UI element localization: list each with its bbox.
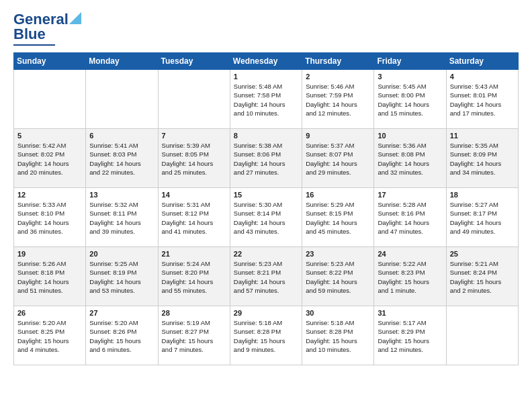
- day-number: 17: [378, 191, 442, 199]
- day-number: 10: [378, 132, 442, 140]
- day-number: 26: [17, 309, 82, 317]
- week-row-5: 26Sunrise: 5:20 AMSunset: 8:25 PMDayligh…: [14, 306, 519, 365]
- logo-blue-text: Blue: [13, 26, 46, 43]
- calendar-cell: 9Sunrise: 5:37 AMSunset: 8:07 PMDaylight…: [302, 129, 374, 188]
- day-info: Sunrise: 5:41 AMSunset: 8:03 PMDaylight:…: [89, 141, 154, 177]
- weekday-header-thursday: Thursday: [302, 53, 374, 70]
- page: General Blue SundayMondayTuesdayWednesda…: [0, 0, 532, 372]
- calendar-cell: [86, 70, 158, 129]
- calendar-cell: 19Sunrise: 5:26 AMSunset: 8:18 PMDayligh…: [14, 247, 86, 306]
- calendar-cell: 5Sunrise: 5:42 AMSunset: 8:02 PMDaylight…: [14, 129, 86, 188]
- calendar-cell: 14Sunrise: 5:31 AMSunset: 8:12 PMDayligh…: [158, 188, 230, 247]
- calendar-cell: 23Sunrise: 5:23 AMSunset: 8:22 PMDayligh…: [302, 247, 374, 306]
- svg-marker-0: [69, 12, 81, 24]
- day-number: 3: [378, 73, 442, 81]
- day-info: Sunrise: 5:27 AMSunset: 8:17 PMDaylight:…: [450, 200, 515, 236]
- calendar-cell: 7Sunrise: 5:39 AMSunset: 8:05 PMDaylight…: [158, 129, 230, 188]
- calendar-table: SundayMondayTuesdayWednesdayThursdayFrid…: [13, 52, 519, 365]
- calendar-cell: 2Sunrise: 5:46 AMSunset: 7:59 PMDaylight…: [302, 70, 374, 129]
- day-number: 27: [89, 309, 154, 317]
- calendar-cell: 18Sunrise: 5:27 AMSunset: 8:17 PMDayligh…: [446, 188, 518, 247]
- day-info: Sunrise: 5:26 AMSunset: 8:18 PMDaylight:…: [17, 259, 82, 295]
- calendar-cell: 29Sunrise: 5:18 AMSunset: 8:28 PMDayligh…: [230, 306, 302, 365]
- calendar-cell: 21Sunrise: 5:24 AMSunset: 8:20 PMDayligh…: [158, 247, 230, 306]
- calendar-cell: 25Sunrise: 5:21 AMSunset: 8:24 PMDayligh…: [446, 247, 518, 306]
- calendar-cell: 11Sunrise: 5:35 AMSunset: 8:09 PMDayligh…: [446, 129, 518, 188]
- day-number: 13: [89, 191, 154, 199]
- day-number: 29: [234, 309, 298, 317]
- day-number: 5: [17, 132, 82, 140]
- calendar-cell: [446, 306, 518, 365]
- day-info: Sunrise: 5:35 AMSunset: 8:09 PMDaylight:…: [450, 141, 515, 177]
- calendar-cell: 8Sunrise: 5:38 AMSunset: 8:06 PMDaylight…: [230, 129, 302, 188]
- weekday-header-wednesday: Wednesday: [230, 53, 302, 70]
- calendar-cell: 1Sunrise: 5:48 AMSunset: 7:58 PMDaylight…: [230, 70, 302, 129]
- day-number: 20: [89, 250, 154, 258]
- calendar-cell: 22Sunrise: 5:23 AMSunset: 8:21 PMDayligh…: [230, 247, 302, 306]
- day-info: Sunrise: 5:36 AMSunset: 8:08 PMDaylight:…: [378, 141, 442, 177]
- day-info: Sunrise: 5:43 AMSunset: 8:01 PMDaylight:…: [450, 82, 515, 118]
- weekday-header-friday: Friday: [374, 53, 446, 70]
- header: General Blue: [13, 11, 519, 46]
- calendar-cell: 24Sunrise: 5:22 AMSunset: 8:23 PMDayligh…: [374, 247, 446, 306]
- day-info: Sunrise: 5:20 AMSunset: 8:26 PMDaylight:…: [89, 318, 154, 354]
- day-number: 22: [234, 250, 298, 258]
- calendar-cell: 6Sunrise: 5:41 AMSunset: 8:03 PMDaylight…: [86, 129, 158, 188]
- day-info: Sunrise: 5:20 AMSunset: 8:25 PMDaylight:…: [17, 318, 82, 354]
- day-info: Sunrise: 5:29 AMSunset: 8:15 PMDaylight:…: [306, 200, 370, 236]
- logo-triangle-icon: [69, 12, 81, 24]
- day-info: Sunrise: 5:45 AMSunset: 8:00 PMDaylight:…: [378, 82, 442, 118]
- day-number: 24: [378, 250, 442, 258]
- calendar-cell: 28Sunrise: 5:19 AMSunset: 8:27 PMDayligh…: [158, 306, 230, 365]
- day-info: Sunrise: 5:39 AMSunset: 8:05 PMDaylight:…: [162, 141, 226, 177]
- weekday-header-sunday: Sunday: [14, 53, 86, 70]
- day-number: 23: [306, 250, 370, 258]
- day-number: 28: [162, 309, 226, 317]
- day-info: Sunrise: 5:46 AMSunset: 7:59 PMDaylight:…: [306, 82, 370, 118]
- week-row-2: 5Sunrise: 5:42 AMSunset: 8:02 PMDaylight…: [14, 129, 519, 188]
- day-info: Sunrise: 5:42 AMSunset: 8:02 PMDaylight:…: [17, 141, 82, 177]
- day-info: Sunrise: 5:18 AMSunset: 8:28 PMDaylight:…: [234, 318, 298, 354]
- day-info: Sunrise: 5:33 AMSunset: 8:10 PMDaylight:…: [17, 200, 82, 236]
- day-info: Sunrise: 5:21 AMSunset: 8:24 PMDaylight:…: [450, 259, 515, 295]
- day-number: 25: [450, 250, 515, 258]
- day-info: Sunrise: 5:37 AMSunset: 8:07 PMDaylight:…: [306, 141, 370, 177]
- day-number: 7: [162, 132, 226, 140]
- calendar-cell: [158, 70, 230, 129]
- calendar-cell: 27Sunrise: 5:20 AMSunset: 8:26 PMDayligh…: [86, 306, 158, 365]
- calendar-cell: 20Sunrise: 5:25 AMSunset: 8:19 PMDayligh…: [86, 247, 158, 306]
- calendar-cell: 31Sunrise: 5:17 AMSunset: 8:29 PMDayligh…: [374, 306, 446, 365]
- day-info: Sunrise: 5:31 AMSunset: 8:12 PMDaylight:…: [162, 200, 226, 236]
- weekday-header-monday: Monday: [86, 53, 158, 70]
- day-info: Sunrise: 5:22 AMSunset: 8:23 PMDaylight:…: [378, 259, 442, 295]
- week-row-3: 12Sunrise: 5:33 AMSunset: 8:10 PMDayligh…: [14, 188, 519, 247]
- weekday-header-saturday: Saturday: [446, 53, 518, 70]
- day-info: Sunrise: 5:48 AMSunset: 7:58 PMDaylight:…: [234, 82, 298, 118]
- calendar-cell: 26Sunrise: 5:20 AMSunset: 8:25 PMDayligh…: [14, 306, 86, 365]
- week-row-4: 19Sunrise: 5:26 AMSunset: 8:18 PMDayligh…: [14, 247, 519, 306]
- calendar-cell: 12Sunrise: 5:33 AMSunset: 8:10 PMDayligh…: [14, 188, 86, 247]
- day-number: 16: [306, 191, 370, 199]
- day-number: 4: [450, 73, 515, 81]
- logo: General Blue: [13, 11, 81, 46]
- day-number: 18: [450, 191, 515, 199]
- day-info: Sunrise: 5:19 AMSunset: 8:27 PMDaylight:…: [162, 318, 226, 354]
- calendar-cell: [14, 70, 86, 129]
- day-info: Sunrise: 5:24 AMSunset: 8:20 PMDaylight:…: [162, 259, 226, 295]
- calendar-cell: 4Sunrise: 5:43 AMSunset: 8:01 PMDaylight…: [446, 70, 518, 129]
- day-number: 21: [162, 250, 226, 258]
- calendar-cell: 13Sunrise: 5:32 AMSunset: 8:11 PMDayligh…: [86, 188, 158, 247]
- calendar-cell: 16Sunrise: 5:29 AMSunset: 8:15 PMDayligh…: [302, 188, 374, 247]
- day-number: 30: [306, 309, 370, 317]
- weekday-header-row: SundayMondayTuesdayWednesdayThursdayFrid…: [14, 53, 519, 70]
- day-number: 31: [378, 309, 442, 317]
- weekday-header-tuesday: Tuesday: [158, 53, 230, 70]
- day-info: Sunrise: 5:28 AMSunset: 8:16 PMDaylight:…: [378, 200, 442, 236]
- day-number: 12: [17, 191, 82, 199]
- day-number: 8: [234, 132, 298, 140]
- day-number: 11: [450, 132, 515, 140]
- day-info: Sunrise: 5:17 AMSunset: 8:29 PMDaylight:…: [378, 318, 442, 354]
- calendar-cell: 17Sunrise: 5:28 AMSunset: 8:16 PMDayligh…: [374, 188, 446, 247]
- day-info: Sunrise: 5:18 AMSunset: 8:28 PMDaylight:…: [306, 318, 370, 354]
- day-info: Sunrise: 5:30 AMSunset: 8:14 PMDaylight:…: [234, 200, 298, 236]
